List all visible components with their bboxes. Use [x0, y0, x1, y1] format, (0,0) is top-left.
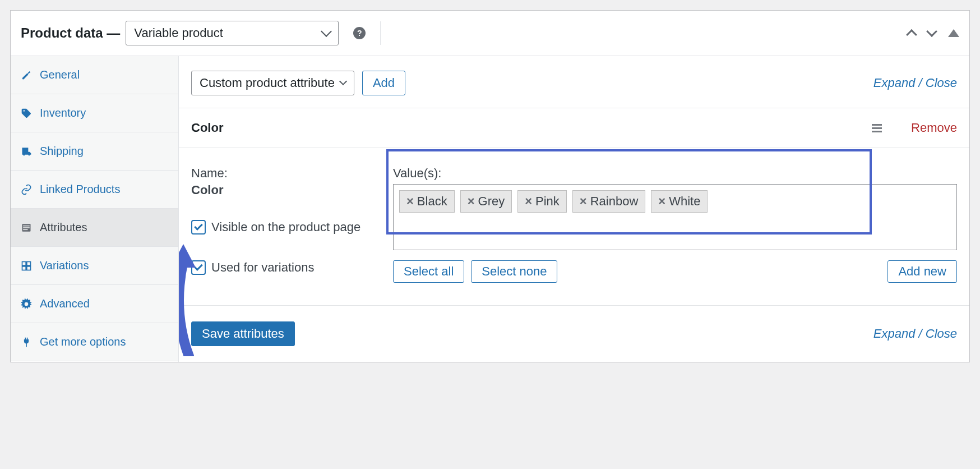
divider — [380, 21, 381, 45]
value-tag[interactable]: ×Black — [399, 190, 455, 213]
name-label: Name: — [191, 166, 393, 181]
expand-close-link-bottom[interactable]: Expand / Close — [873, 327, 957, 341]
svg-rect-1 — [23, 225, 30, 226]
product-type-value: Variable product — [134, 26, 223, 40]
used-for-variations-label: Used for variations — [211, 260, 314, 275]
tab-label: Attributes — [40, 221, 87, 234]
attribute-body: Name: Color Visible on the product page … — [179, 148, 969, 306]
add-attribute-button[interactable]: Add — [362, 71, 405, 95]
add-new-value-button[interactable]: Add new — [887, 260, 957, 283]
move-up-button[interactable] — [906, 29, 917, 40]
value-tag-label: Rainbow — [590, 194, 639, 209]
visible-checkbox[interactable] — [191, 220, 206, 234]
tab-label: Linked Products — [40, 183, 120, 196]
attribute-header[interactable]: Color Remove — [179, 108, 969, 148]
wrench-icon — [21, 70, 32, 81]
tab-linked-products[interactable]: Linked Products — [11, 171, 178, 209]
help-icon[interactable]: ? — [353, 27, 366, 39]
plug-icon — [21, 337, 32, 348]
panel-body: General Inventory Shipping Linked Produc… — [11, 56, 969, 362]
attribute-type-select[interactable]: Custom product attribute — [191, 71, 354, 95]
tab-label: Inventory — [40, 107, 86, 119]
value-tag-label: Black — [417, 194, 447, 209]
expand-close-link-top[interactable]: Expand / Close — [873, 76, 957, 90]
tab-advanced[interactable]: Advanced — [11, 285, 178, 323]
tab-label: Get more options — [40, 335, 126, 348]
truck-icon — [21, 146, 32, 157]
attribute-type-value: Custom product attribute — [200, 76, 335, 90]
tab-inventory[interactable]: Inventory — [11, 94, 178, 132]
svg-rect-6 — [22, 266, 26, 270]
remove-tag-icon[interactable]: × — [468, 194, 475, 209]
save-attributes-button[interactable]: Save attributes — [191, 321, 295, 346]
attributes-main: Custom product attribute Add Expand / Cl… — [179, 56, 969, 362]
tab-label: Variations — [40, 259, 89, 272]
product-type-select[interactable]: Variable product — [126, 21, 339, 45]
select-all-button[interactable]: Select all — [393, 260, 464, 283]
value-tag[interactable]: ×Grey — [460, 190, 512, 213]
tab-label: Advanced — [40, 297, 90, 310]
grid-icon — [21, 260, 32, 272]
sidebar: General Inventory Shipping Linked Produc… — [11, 56, 179, 362]
attribute-left-column: Name: Color Visible on the product page … — [191, 166, 393, 283]
chevron-down-icon — [321, 26, 332, 37]
list-icon — [21, 222, 32, 233]
remove-tag-icon[interactable]: × — [525, 194, 532, 209]
used-for-variations-checkbox[interactable] — [191, 260, 206, 275]
panel-header: Product data — Variable product ? — [11, 11, 969, 56]
visible-check-row: Visible on the product page — [191, 220, 393, 234]
value-tag[interactable]: ×Pink — [517, 190, 567, 213]
attributes-top-row: Custom product attribute Add Expand / Cl… — [179, 56, 969, 108]
tab-variations[interactable]: Variations — [11, 247, 178, 285]
gear-icon — [21, 298, 32, 310]
svg-rect-5 — [27, 261, 31, 265]
value-tag-label: White — [669, 194, 700, 209]
panel-header-controls — [908, 29, 959, 37]
values-label: Value(s): — [393, 166, 957, 181]
chevron-down-icon — [339, 77, 347, 85]
tab-attributes[interactable]: Attributes — [11, 209, 178, 247]
name-value: Color — [191, 183, 393, 197]
move-down-button[interactable] — [926, 26, 937, 37]
drag-handle-icon[interactable] — [872, 124, 882, 132]
tab-shipping[interactable]: Shipping — [11, 132, 178, 171]
visible-label: Visible on the product page — [211, 220, 360, 234]
value-tag[interactable]: ×White — [651, 190, 708, 213]
remove-tag-icon[interactable]: × — [406, 194, 414, 209]
remove-attribute-link[interactable]: Remove — [911, 121, 957, 135]
svg-rect-2 — [23, 227, 30, 228]
tab-label: General — [40, 68, 80, 81]
svg-rect-7 — [27, 266, 31, 270]
remove-tag-icon[interactable]: × — [658, 194, 665, 209]
tab-label: Shipping — [40, 145, 84, 158]
collapse-toggle-button[interactable] — [948, 29, 959, 37]
select-none-button[interactable]: Select none — [471, 260, 557, 283]
value-tag[interactable]: ×Rainbow — [572, 190, 645, 213]
attribute-title: Color — [191, 121, 223, 135]
remove-tag-icon[interactable]: × — [580, 194, 587, 209]
tab-get-more-options[interactable]: Get more options — [11, 323, 178, 361]
value-tag-label: Pink — [535, 194, 560, 209]
product-data-panel: Product data — Variable product ? Genera… — [10, 10, 970, 362]
tab-general[interactable]: General — [11, 56, 178, 94]
tag-icon — [21, 108, 32, 119]
svg-rect-4 — [22, 261, 26, 265]
save-row: Save attributes Expand / Close — [179, 306, 969, 362]
svg-rect-3 — [23, 229, 27, 230]
values-input[interactable]: ×Black×Grey×Pink×Rainbow×White — [393, 184, 957, 250]
value-tag-label: Grey — [478, 194, 505, 209]
panel-title: Product data — — [21, 25, 120, 41]
values-actions: Select all Select none Add new — [393, 260, 957, 283]
link-icon — [21, 184, 32, 195]
attribute-right-column: Value(s): ×Black×Grey×Pink×Rainbow×White… — [393, 166, 957, 283]
variations-check-row: Used for variations — [191, 260, 393, 275]
